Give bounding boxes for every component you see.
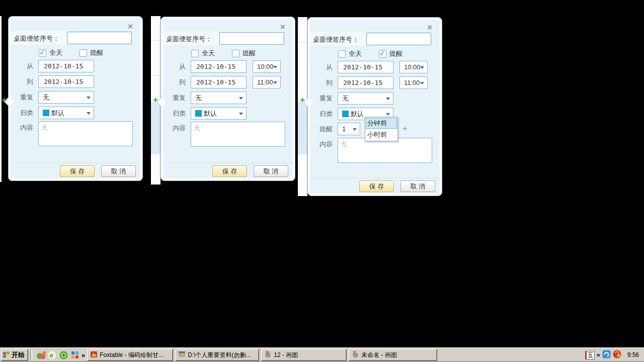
category-value: 默认 — [204, 110, 217, 117]
save-button[interactable]: 保 存 — [359, 180, 394, 192]
start-label: 开始 — [12, 350, 25, 359]
taskbar-clock[interactable]: 9:56 — [627, 351, 639, 358]
calendar-gridline — [151, 75, 160, 76]
taskbar-button-paint-12[interactable]: 12 - 画图 — [261, 349, 347, 361]
serial-label: 桌面便签序号： — [313, 35, 359, 44]
green-browser-icon[interactable]: e — [48, 351, 56, 359]
add-reminder-icon[interactable]: + — [403, 124, 407, 133]
chevron-down-icon — [239, 113, 243, 115]
repeat-dropdown[interactable]: 无 — [338, 92, 393, 105]
folder-window-icon — [178, 350, 186, 359]
content-textarea[interactable] — [191, 122, 285, 147]
reminder-row-label: 提醒 — [310, 123, 333, 135]
cancel-button[interactable]: 取 消 — [101, 165, 136, 177]
taskbar: 开始 e » Foxtable - 编码绘制甘... D:\个人重要资料(勿删.… — [0, 347, 644, 362]
close-icon[interactable]: × — [426, 24, 434, 32]
to-date-input[interactable] — [338, 76, 393, 89]
remind-checkbox[interactable] — [379, 50, 386, 58]
allday-checkbox[interactable] — [338, 50, 346, 58]
tray-collapse-chevron[interactable]: « — [597, 351, 600, 358]
to-date-input[interactable] — [38, 75, 94, 88]
repeat-dropdown[interactable]: 无 — [191, 92, 247, 104]
content-label: 内容 — [310, 138, 333, 150]
footer-divider — [11, 163, 140, 163]
category-dropdown[interactable]: 默认 — [191, 107, 247, 120]
green-ball-plus-icon[interactable] — [59, 351, 68, 359]
serial-input[interactable] — [219, 32, 284, 45]
calendar-column-sliver — [298, 17, 307, 196]
save-button[interactable]: 保 存 — [60, 165, 95, 177]
serial-input[interactable] — [67, 32, 132, 44]
paint-icon — [352, 350, 359, 359]
taskbar-button-foxtable[interactable]: Foxtable - 编码绘制甘... — [87, 349, 173, 361]
foxtable-icon — [90, 350, 98, 359]
calendar-add-icon[interactable]: + — [152, 97, 159, 104]
chevron-down-icon — [420, 82, 424, 84]
calendar-gridline — [151, 40, 160, 41]
to-label: 到 — [310, 76, 333, 89]
repeat-label: 重复 — [11, 91, 33, 104]
quick-launch-overflow-chevron[interactable]: » — [82, 351, 85, 359]
footer-divider — [310, 178, 440, 178]
note-dialog-3: × 桌面便签序号： 全天 提醒 从 10:00 到 11:00 — [307, 17, 442, 196]
allday-label: 全天 — [349, 49, 362, 58]
to-time-dropdown[interactable]: 11:00 — [253, 76, 281, 88]
tray-blue-swirl-icon[interactable] — [602, 350, 611, 360]
color-grid-icon[interactable] — [71, 351, 79, 359]
reminder-count-dropdown[interactable]: 1 — [338, 123, 360, 135]
from-time-dropdown[interactable]: 10:00 — [253, 60, 281, 73]
listbox-option-minutes[interactable]: 分钟前 — [366, 118, 397, 129]
repeat-label: 重复 — [163, 92, 186, 104]
from-date-input[interactable] — [338, 61, 393, 73]
remind-checkbox[interactable] — [79, 49, 87, 57]
serial-label: 桌面便签序号： — [166, 35, 212, 44]
serial-input[interactable] — [366, 33, 431, 45]
taskbar-button-paint-untitled[interactable]: 未命名 - 画图 — [349, 349, 437, 361]
category-dropdown[interactable]: 默认 — [38, 107, 94, 119]
taskbar-divider — [30, 350, 32, 360]
to-label: 到 — [163, 76, 186, 88]
footer-divider — [163, 163, 293, 163]
from-label: 从 — [310, 61, 333, 73]
from-date-input[interactable] — [191, 60, 247, 73]
chevron-down-icon — [239, 97, 243, 100]
note-dialog-2: × 桌面便签序号： 全天 提醒 从 10:00 到 11:00 — [160, 17, 295, 181]
chevron-down-icon — [353, 128, 357, 131]
calendar-selection — [298, 102, 307, 154]
category-value: 默认 — [351, 110, 364, 118]
repeat-value: 无 — [195, 94, 202, 102]
to-label: 到 — [11, 75, 33, 88]
chevron-down-icon — [386, 113, 390, 116]
allday-checkbox[interactable] — [39, 49, 46, 57]
listbox-option-hours[interactable]: 小时前 — [366, 129, 397, 140]
from-label: 从 — [11, 60, 33, 72]
messenger-icon[interactable] — [36, 351, 45, 359]
save-button[interactable]: 保 存 — [212, 165, 247, 177]
repeat-label: 重复 — [310, 92, 333, 105]
from-date-input[interactable] — [38, 60, 94, 72]
calendar-add-icon[interactable]: + — [299, 97, 306, 104]
cancel-button[interactable]: 取 消 — [400, 180, 435, 192]
tray-security-lock-icon[interactable] — [613, 350, 621, 360]
start-button[interactable]: 开始 — [1, 349, 28, 361]
to-time-dropdown[interactable]: 11:00 — [399, 76, 428, 89]
cancel-button[interactable]: 取 消 — [254, 165, 288, 177]
allday-label: 全天 — [49, 48, 62, 57]
remind-checkbox[interactable] — [232, 50, 239, 57]
repeat-dropdown[interactable]: 无 — [38, 91, 94, 104]
system-tray: 五 « 9:56 — [582, 349, 644, 360]
content-textarea[interactable] — [338, 138, 432, 163]
content-textarea[interactable] — [38, 121, 133, 146]
allday-checkbox[interactable] — [191, 50, 199, 57]
taskbar-button-folder[interactable]: D:\个人重要资料(勿删... — [175, 349, 259, 361]
allday-label: 全天 — [202, 49, 215, 58]
windows-logo-icon — [3, 351, 10, 358]
ime-indicator[interactable]: 五 — [585, 351, 595, 359]
to-time-value: 11:00 — [404, 79, 420, 86]
close-icon[interactable]: × — [126, 23, 134, 31]
close-icon[interactable]: × — [279, 23, 287, 31]
calendar-add-icon[interactable]: + — [1, 97, 8, 104]
calendar-selection — [151, 102, 160, 154]
to-date-input[interactable] — [191, 76, 247, 88]
from-time-dropdown[interactable]: 10:00 — [399, 61, 428, 73]
